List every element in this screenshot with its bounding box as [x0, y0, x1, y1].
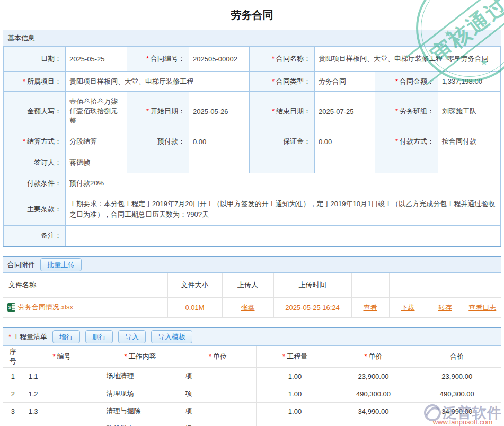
settle-method-value: 分段结算: [66, 131, 127, 152]
code-cell[interactable]: 1.2: [23, 385, 101, 403]
boq-section: *工程量清单 增行 删行 导入 导入模板 序号 *编号 *工作内容 *单位 *工…: [3, 327, 501, 426]
price-cell[interactable]: 399,004.00: [334, 420, 413, 426]
required-mark: *: [272, 55, 275, 63]
signer-label: 签订人：: [4, 152, 66, 173]
excel-file-icon: X: [7, 303, 15, 312]
unit-cell[interactable]: 项: [180, 368, 256, 385]
col-header-price: *单价: [334, 346, 413, 368]
required-mark: *: [282, 352, 285, 360]
empty-cell: [189, 152, 250, 173]
required-mark: *: [272, 77, 275, 85]
required-mark: *: [395, 107, 398, 115]
pay-terms-value: 预付款20%: [66, 173, 501, 193]
contract-name-label: *合同名称：: [250, 47, 315, 72]
delete-row-button[interactable]: 删行: [85, 330, 113, 343]
boq-row: 3 1.3 清理与掘除 项 1.00 34,990.00 34,990.00: [3, 403, 501, 420]
qty-cell[interactable]: 1.00: [256, 420, 334, 426]
seq-cell: 1: [3, 368, 23, 385]
contract-type-label: *合同类型：: [250, 72, 315, 92]
empty-cell: [375, 152, 438, 173]
file-name-header: 文件名称: [3, 273, 167, 298]
total-cell: 399,004.00: [413, 420, 501, 426]
unit-cell[interactable]: 项: [180, 385, 256, 403]
unit-cell[interactable]: 棵: [180, 420, 256, 426]
empty-cell: [389, 273, 427, 298]
required-mark: *: [124, 352, 127, 360]
start-date-label: *开始日期：: [127, 92, 189, 131]
code-cell[interactable]: 1.4: [23, 420, 101, 426]
price-cell[interactable]: 34,990.00: [334, 403, 413, 420]
empty-cell: [438, 152, 501, 173]
content-cell[interactable]: 场地清理: [101, 368, 180, 385]
total-cell: 490,300.00: [413, 385, 501, 403]
file-link[interactable]: X 劳务合同情况.xlsx: [7, 303, 73, 312]
col-header-seq: 序号: [3, 346, 23, 368]
required-mark: *: [272, 107, 275, 115]
pay-method-value: 按合同付款: [438, 131, 501, 152]
project-label: *所属项目：: [4, 72, 66, 92]
boq-row: 4 1.4 砍伐树木 棵 1.00 399,004.00 399,004.00: [3, 420, 501, 426]
content-cell[interactable]: 清理现场: [101, 385, 180, 403]
amount-label: *合同金额：: [375, 72, 438, 92]
required-mark: *: [23, 77, 25, 85]
remark-value: [66, 226, 501, 246]
qty-cell[interactable]: 1.00: [256, 403, 334, 420]
price-cell[interactable]: 490,300.00: [334, 385, 413, 403]
empty-cell: [427, 273, 464, 298]
labor-team-label: *劳务班组：: [375, 92, 438, 131]
required-mark: *: [8, 333, 11, 341]
required-mark: *: [146, 55, 149, 63]
end-date-label: *结束日期：: [250, 92, 315, 131]
col-header-qty: *工程量: [256, 346, 334, 368]
amount-value: 1,337,198.00: [438, 72, 501, 92]
attachments-table: 文件名称 文件大小 上传人 上传时间 X 劳务合同情况.xlsx 0.01M 张…: [3, 273, 501, 318]
batch-upload-button[interactable]: 批量上传: [40, 258, 82, 271]
col-header-total: 合价: [413, 346, 501, 368]
file-size-header: 文件大小: [167, 273, 222, 298]
content-cell[interactable]: 砍伐树木: [101, 420, 180, 426]
basic-info-section: 基本信息 日期： 2025-05-25 *合同编号： 202505-00002 …: [3, 30, 501, 247]
uploader-value: 张鑫: [222, 298, 273, 318]
empty-cell: [250, 152, 315, 173]
attachments-title: 合同附件: [7, 257, 35, 272]
main-clauses-value: 工期要求：本分包工程定于2019年7月20日开工（以甲方签发的开工通知为准），定…: [66, 193, 501, 226]
required-mark: *: [52, 352, 55, 360]
total-cell: 34,990.00: [413, 403, 501, 420]
contract-type-value: 劳务合同: [315, 72, 375, 92]
required-mark: *: [395, 77, 398, 85]
date-value: 2025-05-25: [66, 47, 127, 72]
empty-cell: [351, 273, 389, 298]
qty-cell[interactable]: 1.00: [256, 368, 334, 385]
upload-time-value: 2025-05-25 16:24: [273, 298, 351, 318]
code-cell[interactable]: 1.3: [23, 403, 101, 420]
svg-text:X: X: [8, 305, 11, 310]
download-link[interactable]: 下载: [401, 304, 415, 312]
price-cell[interactable]: 23,900.00: [334, 368, 413, 385]
contract-name-value: 贵阳项目样板间、大堂、电梯厅装修工程--零星劳务合同: [315, 47, 501, 72]
upload-time-header: 上传时间: [273, 273, 351, 298]
date-label: 日期：: [4, 47, 66, 72]
view-link[interactable]: 查看: [364, 304, 377, 312]
end-date-value: 2025-07-25: [315, 92, 375, 131]
code-cell[interactable]: 1.1: [23, 368, 101, 385]
save-as-link[interactable]: 转存: [438, 304, 452, 312]
add-row-button[interactable]: 增行: [52, 330, 80, 343]
boq-header: *工程量清单 增行 删行 导入 导入模板: [3, 328, 501, 346]
deposit-value: 0.00: [315, 131, 375, 152]
import-template-button[interactable]: 导入模板: [151, 330, 192, 343]
pay-terms-label: 付款条件：: [4, 173, 66, 193]
prepay-label: 预付款：: [127, 131, 189, 152]
deposit-label: 保证金：: [250, 131, 315, 152]
contract-no-value: 202505-00002: [189, 47, 250, 72]
import-button[interactable]: 导入: [118, 330, 146, 343]
labor-team-value: 刘琛施工队: [438, 92, 501, 131]
col-header-content: *工作内容: [101, 346, 180, 368]
view-log-link[interactable]: 查看日志: [468, 304, 496, 312]
seq-cell: 4: [3, 420, 23, 426]
unit-cell[interactable]: 项: [180, 403, 256, 420]
basic-info-table: 日期： 2025-05-25 *合同编号： 202505-00002 *合同名称…: [3, 46, 501, 246]
empty-cell: [315, 152, 375, 173]
qty-cell[interactable]: 1.00: [256, 385, 334, 403]
content-cell[interactable]: 清理与掘除: [101, 403, 180, 420]
contract-no-label: *合同编号：: [127, 47, 189, 72]
